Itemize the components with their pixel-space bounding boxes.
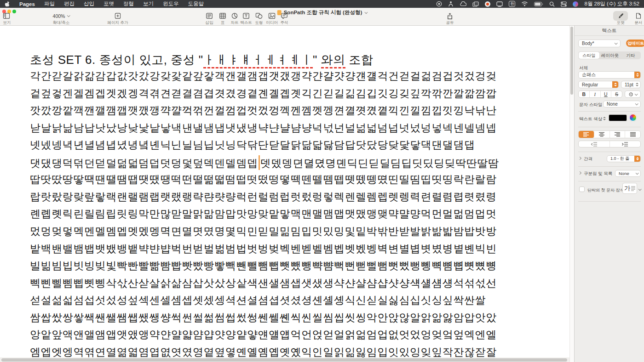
textbox-button[interactable]: 텍스트 <box>240 20 252 26</box>
document-icon[interactable] <box>636 13 641 19</box>
window-title[interactable]: SonPath 조합 규칙 시험 (완성형) <box>277 9 367 16</box>
text-line: 낟날낡낢남납낫났낭낮낯낱낳낵낸낼냄냅냇냈냉냑냔냘냠냥넉넋넌널넒넓넘넙넛넜넝넣넥넨… <box>30 121 497 135</box>
stepper-icon <box>634 72 640 78</box>
status-recording-icon[interactable] <box>485 1 490 7</box>
spacing-select[interactable]: 1.0 - 한 줄 <box>607 155 641 162</box>
document-page[interactable]: 초성 SET 6. 종성이 있고, 중성 "ㅏㅐㅑㅒㅓㅔㅕㅖㅣ" 와의 조합 각… <box>0 26 569 362</box>
add-page-icon[interactable] <box>115 13 121 19</box>
view-button[interactable]: 보기 <box>3 20 11 26</box>
menu-app-name[interactable]: Pages <box>15 1 40 7</box>
table-icon[interactable] <box>219 13 226 19</box>
apple-menu[interactable] <box>0 1 15 7</box>
chevron-down-icon <box>636 171 639 175</box>
text-line: 섣설섦섧섬섭섯섰성섶섹센셀셈셉셋셌셍셕션셜셤셥셧셨셩셴셸솅식신싣실싫심십싯싱싶싹… <box>30 293 486 307</box>
status-spiral-icon[interactable] <box>436 1 442 7</box>
italic-button[interactable]: I <box>590 91 601 97</box>
text-line: 넷넸넹녁년녈념녑녔녕녘녠닉닌닐님닙닛닝닥닦단닫달닭닮닯닳담답닷닸당닺닻닿댁댄댈댐… <box>30 138 475 152</box>
outdent-button[interactable] <box>579 141 610 147</box>
chart-button[interactable]: 차트 <box>231 20 239 26</box>
text-color-well[interactable] <box>609 114 627 121</box>
input-source-korean[interactable]: 한 <box>509 1 515 7</box>
siri-icon[interactable] <box>573 1 578 7</box>
font-weight-select[interactable]: Regular <box>578 81 619 88</box>
font-family-select[interactable]: 손패스 <box>578 71 641 79</box>
control-center-icon[interactable] <box>561 1 567 7</box>
text-line: 깟깠깡깥깩깬깰깸깹깻깼깽꺅꺌꺽꺾껀껄껌껍껏껐껑껙껜껨껫껭껸껼꼇꼈꼍끽낀낄낌낍낏낑… <box>30 103 497 118</box>
battery-icon[interactable] <box>534 2 543 6</box>
shape-icon[interactable] <box>256 13 263 19</box>
format-button[interactable] <box>613 11 628 21</box>
media-icon[interactable] <box>269 13 276 19</box>
document-button[interactable]: 문서 <box>635 20 643 26</box>
status-cloud-icon[interactable] <box>460 1 466 6</box>
shape-button[interactable]: 도형 <box>255 20 263 26</box>
share-button[interactable]: 공유 <box>446 20 454 26</box>
indent-button[interactable] <box>610 141 641 147</box>
align-center-button[interactable] <box>594 131 610 138</box>
comment-button[interactable]: 주석 <box>281 20 288 26</box>
status-display-icon[interactable] <box>496 1 503 7</box>
bold-button[interactable]: B <box>579 91 590 97</box>
zoom-value: 400% <box>53 13 65 19</box>
alignment-buttons <box>578 130 641 138</box>
window-title-text: SonPath 조합 규칙 시험 (완성형) <box>284 9 362 16</box>
text-line: 랍랏랐랑랒랖랗랙랜랠램랩랫랬랭략랸럇량럭런럴럼럽럿렀렁렇렉렌렐렘렙렛렝력련렬렴렵… <box>30 190 497 204</box>
spotlight-icon[interactable] <box>549 1 555 7</box>
pages-doc-icon <box>277 10 282 15</box>
char-style-select[interactable]: None <box>603 101 641 107</box>
wifi-icon[interactable] <box>521 1 528 6</box>
disclosure-chevron-icon[interactable] <box>578 171 581 175</box>
menu-view[interactable]: 보기 <box>138 0 158 7</box>
align-right-button[interactable] <box>610 131 626 138</box>
tab-layout[interactable]: 레이아웃 <box>600 52 621 59</box>
menu-edit[interactable]: 편집 <box>59 0 79 7</box>
status-windows-icon[interactable] <box>472 1 479 7</box>
share-icon[interactable] <box>447 13 453 19</box>
text-options-button[interactable] <box>625 90 641 98</box>
menu-file[interactable]: 파일 <box>40 0 59 7</box>
vertical-scrollbar[interactable] <box>570 27 573 95</box>
menu-help[interactable]: 도움말 <box>183 0 208 7</box>
font-size-stepper[interactable]: 11pt <box>621 81 641 88</box>
update-style-button[interactable]: 업데이트 <box>626 40 644 47</box>
tab-more[interactable]: 기타 <box>620 52 641 59</box>
paragraph-style-select[interactable]: Body* <box>578 40 621 47</box>
table-button[interactable]: 표 <box>221 20 225 26</box>
indent-buttons <box>578 141 641 147</box>
divider <box>578 181 641 181</box>
dropcap-preview[interactable]: 가 <box>622 183 637 194</box>
window-toolbar: 보기 400% 확대/축소 페이지 추가 삽입 표 차트 텍스트 도형 미디어 … <box>0 8 644 26</box>
zoom-window-button[interactable] <box>12 10 16 13</box>
insert-button[interactable]: 삽입 <box>206 20 213 26</box>
align-justify-button[interactable] <box>625 131 640 138</box>
menu-format[interactable]: 포맷 <box>99 0 119 7</box>
underline-button[interactable]: U <box>601 91 612 97</box>
stepper-icon <box>612 81 618 88</box>
menu-bar: Pages 파일 편집 삽입 포맷 정렬 보기 윈도우 도움말 한 8월 28일… <box>0 0 644 8</box>
text-line: 삑삔삘삠삡삣삥삭삯산삳살삵삶삼삽삿샀상샅색샌샐샘샙샛샜생샥샨샬샴샵샷샹섁섈섐섕석… <box>30 276 497 290</box>
view-icon[interactable] <box>3 13 10 19</box>
horizontal-scrollbar[interactable] <box>1 358 567 362</box>
zoom-level-control[interactable]: 400% <box>46 12 76 19</box>
divider <box>578 152 641 152</box>
color-wheel-icon[interactable] <box>629 114 637 121</box>
text-color-label: 텍스트 색상 <box>579 116 602 122</box>
insert-icon[interactable] <box>206 13 213 19</box>
chart-icon[interactable] <box>232 13 238 19</box>
zoom-label: 확대/축소 <box>53 20 69 26</box>
menu-insert[interactable]: 삽입 <box>79 0 99 7</box>
align-left-button[interactable] <box>579 131 594 138</box>
dropcap-checkbox[interactable] <box>579 187 585 192</box>
strikethrough-button[interactable]: S <box>611 91 622 97</box>
menu-window[interactable]: 윈도우 <box>158 0 184 7</box>
media-button[interactable]: 미디어 <box>266 20 278 26</box>
status-figure-icon[interactable] <box>448 1 454 7</box>
disclosure-chevron-icon[interactable] <box>578 157 581 160</box>
text-line: 각간갇갈갉갊감갑값갓갔강갖갗같갚갛객갠갤갬갭갯갰갱갹갼걀걋걍걘걜걱건걷걸걺검겁것… <box>30 69 497 83</box>
add-page-button[interactable]: 페이지 추가 <box>108 20 128 26</box>
menu-bar-clock[interactable]: 8월 28일 (수) 오후 3:52 <box>584 0 639 7</box>
tab-style[interactable]: 스타일 <box>579 52 599 59</box>
menu-arrange[interactable]: 정렬 <box>119 0 138 7</box>
bullets-select[interactable]: None <box>615 170 641 177</box>
textbox-icon[interactable] <box>243 13 249 19</box>
